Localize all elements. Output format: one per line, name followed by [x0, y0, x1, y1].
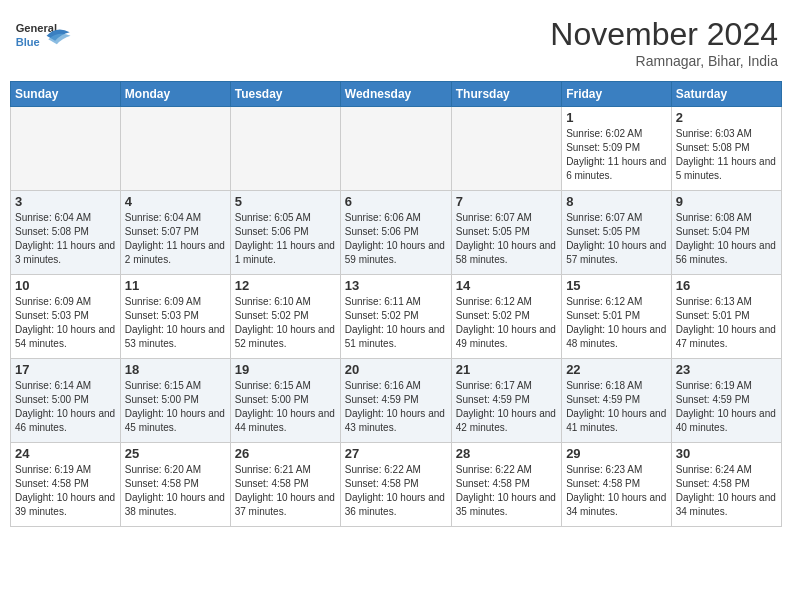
cell-info-text: Sunrise: 6:03 AM Sunset: 5:08 PM Dayligh…	[676, 127, 777, 183]
cell-info-text: Sunrise: 6:14 AM Sunset: 5:00 PM Dayligh…	[15, 379, 116, 435]
cell-date-number: 16	[676, 278, 777, 293]
cell-date-number: 11	[125, 278, 226, 293]
cell-info-text: Sunrise: 6:24 AM Sunset: 4:58 PM Dayligh…	[676, 463, 777, 519]
cell-date-number: 8	[566, 194, 667, 209]
cell-info-text: Sunrise: 6:12 AM Sunset: 5:01 PM Dayligh…	[566, 295, 667, 351]
calendar-cell: 9Sunrise: 6:08 AM Sunset: 5:04 PM Daylig…	[671, 191, 781, 275]
cell-info-text: Sunrise: 6:23 AM Sunset: 4:58 PM Dayligh…	[566, 463, 667, 519]
cell-info-text: Sunrise: 6:16 AM Sunset: 4:59 PM Dayligh…	[345, 379, 447, 435]
cell-date-number: 24	[15, 446, 116, 461]
cell-date-number: 25	[125, 446, 226, 461]
cell-info-text: Sunrise: 6:09 AM Sunset: 5:03 PM Dayligh…	[125, 295, 226, 351]
cell-date-number: 10	[15, 278, 116, 293]
weekday-header-thursday: Thursday	[451, 82, 561, 107]
cell-date-number: 30	[676, 446, 777, 461]
calendar-cell: 14Sunrise: 6:12 AM Sunset: 5:02 PM Dayli…	[451, 275, 561, 359]
cell-info-text: Sunrise: 6:21 AM Sunset: 4:58 PM Dayligh…	[235, 463, 336, 519]
weekday-header-friday: Friday	[562, 82, 672, 107]
cell-date-number: 29	[566, 446, 667, 461]
calendar-cell: 18Sunrise: 6:15 AM Sunset: 5:00 PM Dayli…	[120, 359, 230, 443]
cell-date-number: 2	[676, 110, 777, 125]
calendar-cell: 28Sunrise: 6:22 AM Sunset: 4:58 PM Dayli…	[451, 443, 561, 527]
cell-info-text: Sunrise: 6:05 AM Sunset: 5:06 PM Dayligh…	[235, 211, 336, 267]
calendar-cell: 29Sunrise: 6:23 AM Sunset: 4:58 PM Dayli…	[562, 443, 672, 527]
cell-info-text: Sunrise: 6:20 AM Sunset: 4:58 PM Dayligh…	[125, 463, 226, 519]
cell-info-text: Sunrise: 6:22 AM Sunset: 4:58 PM Dayligh…	[345, 463, 447, 519]
weekday-header-wednesday: Wednesday	[340, 82, 451, 107]
cell-date-number: 12	[235, 278, 336, 293]
svg-text:Blue: Blue	[16, 36, 40, 48]
cell-info-text: Sunrise: 6:15 AM Sunset: 5:00 PM Dayligh…	[235, 379, 336, 435]
calendar-week-5: 24Sunrise: 6:19 AM Sunset: 4:58 PM Dayli…	[11, 443, 782, 527]
weekday-header-monday: Monday	[120, 82, 230, 107]
cell-info-text: Sunrise: 6:22 AM Sunset: 4:58 PM Dayligh…	[456, 463, 557, 519]
calendar-cell: 20Sunrise: 6:16 AM Sunset: 4:59 PM Dayli…	[340, 359, 451, 443]
calendar-cell: 23Sunrise: 6:19 AM Sunset: 4:59 PM Dayli…	[671, 359, 781, 443]
cell-date-number: 13	[345, 278, 447, 293]
cell-date-number: 15	[566, 278, 667, 293]
cell-info-text: Sunrise: 6:12 AM Sunset: 5:02 PM Dayligh…	[456, 295, 557, 351]
calendar-cell: 16Sunrise: 6:13 AM Sunset: 5:01 PM Dayli…	[671, 275, 781, 359]
calendar-cell: 17Sunrise: 6:14 AM Sunset: 5:00 PM Dayli…	[11, 359, 121, 443]
cell-date-number: 20	[345, 362, 447, 377]
calendar-cell: 7Sunrise: 6:07 AM Sunset: 5:05 PM Daylig…	[451, 191, 561, 275]
cell-info-text: Sunrise: 6:10 AM Sunset: 5:02 PM Dayligh…	[235, 295, 336, 351]
cell-info-text: Sunrise: 6:18 AM Sunset: 4:59 PM Dayligh…	[566, 379, 667, 435]
calendar-week-4: 17Sunrise: 6:14 AM Sunset: 5:00 PM Dayli…	[11, 359, 782, 443]
cell-date-number: 28	[456, 446, 557, 461]
cell-info-text: Sunrise: 6:17 AM Sunset: 4:59 PM Dayligh…	[456, 379, 557, 435]
cell-date-number: 1	[566, 110, 667, 125]
calendar-cell: 25Sunrise: 6:20 AM Sunset: 4:58 PM Dayli…	[120, 443, 230, 527]
calendar-week-3: 10Sunrise: 6:09 AM Sunset: 5:03 PM Dayli…	[11, 275, 782, 359]
cell-date-number: 22	[566, 362, 667, 377]
month-title: November 2024	[550, 16, 778, 53]
location: Ramnagar, Bihar, India	[550, 53, 778, 69]
calendar-cell: 6Sunrise: 6:06 AM Sunset: 5:06 PM Daylig…	[340, 191, 451, 275]
calendar-cell: 2Sunrise: 6:03 AM Sunset: 5:08 PM Daylig…	[671, 107, 781, 191]
weekday-header-tuesday: Tuesday	[230, 82, 340, 107]
cell-date-number: 26	[235, 446, 336, 461]
cell-info-text: Sunrise: 6:04 AM Sunset: 5:08 PM Dayligh…	[15, 211, 116, 267]
weekday-header-saturday: Saturday	[671, 82, 781, 107]
calendar-cell: 4Sunrise: 6:04 AM Sunset: 5:07 PM Daylig…	[120, 191, 230, 275]
calendar-cell: 22Sunrise: 6:18 AM Sunset: 4:59 PM Dayli…	[562, 359, 672, 443]
cell-info-text: Sunrise: 6:13 AM Sunset: 5:01 PM Dayligh…	[676, 295, 777, 351]
calendar-cell: 10Sunrise: 6:09 AM Sunset: 5:03 PM Dayli…	[11, 275, 121, 359]
cell-date-number: 6	[345, 194, 447, 209]
cell-info-text: Sunrise: 6:19 AM Sunset: 4:59 PM Dayligh…	[676, 379, 777, 435]
weekday-header-row: SundayMondayTuesdayWednesdayThursdayFrid…	[11, 82, 782, 107]
calendar-cell: 21Sunrise: 6:17 AM Sunset: 4:59 PM Dayli…	[451, 359, 561, 443]
cell-date-number: 14	[456, 278, 557, 293]
cell-date-number: 21	[456, 362, 557, 377]
calendar-cell: 26Sunrise: 6:21 AM Sunset: 4:58 PM Dayli…	[230, 443, 340, 527]
cell-info-text: Sunrise: 6:08 AM Sunset: 5:04 PM Dayligh…	[676, 211, 777, 267]
cell-date-number: 5	[235, 194, 336, 209]
calendar-cell	[451, 107, 561, 191]
cell-info-text: Sunrise: 6:15 AM Sunset: 5:00 PM Dayligh…	[125, 379, 226, 435]
cell-info-text: Sunrise: 6:11 AM Sunset: 5:02 PM Dayligh…	[345, 295, 447, 351]
calendar-cell: 1Sunrise: 6:02 AM Sunset: 5:09 PM Daylig…	[562, 107, 672, 191]
calendar-cell: 5Sunrise: 6:05 AM Sunset: 5:06 PM Daylig…	[230, 191, 340, 275]
calendar-cell: 3Sunrise: 6:04 AM Sunset: 5:08 PM Daylig…	[11, 191, 121, 275]
cell-date-number: 9	[676, 194, 777, 209]
cell-date-number: 27	[345, 446, 447, 461]
calendar-cell: 12Sunrise: 6:10 AM Sunset: 5:02 PM Dayli…	[230, 275, 340, 359]
calendar-cell	[230, 107, 340, 191]
cell-info-text: Sunrise: 6:02 AM Sunset: 5:09 PM Dayligh…	[566, 127, 667, 183]
cell-date-number: 19	[235, 362, 336, 377]
cell-date-number: 7	[456, 194, 557, 209]
cell-info-text: Sunrise: 6:07 AM Sunset: 5:05 PM Dayligh…	[566, 211, 667, 267]
logo-svg: General Blue	[14, 16, 74, 52]
calendar-cell: 24Sunrise: 6:19 AM Sunset: 4:58 PM Dayli…	[11, 443, 121, 527]
cell-date-number: 3	[15, 194, 116, 209]
calendar-cell: 15Sunrise: 6:12 AM Sunset: 5:01 PM Dayli…	[562, 275, 672, 359]
logo: General Blue	[14, 16, 74, 52]
cell-date-number: 4	[125, 194, 226, 209]
calendar-week-2: 3Sunrise: 6:04 AM Sunset: 5:08 PM Daylig…	[11, 191, 782, 275]
calendar-table: SundayMondayTuesdayWednesdayThursdayFrid…	[10, 81, 782, 527]
calendar-cell: 11Sunrise: 6:09 AM Sunset: 5:03 PM Dayli…	[120, 275, 230, 359]
calendar-cell: 8Sunrise: 6:07 AM Sunset: 5:05 PM Daylig…	[562, 191, 672, 275]
calendar-week-1: 1Sunrise: 6:02 AM Sunset: 5:09 PM Daylig…	[11, 107, 782, 191]
cell-info-text: Sunrise: 6:06 AM Sunset: 5:06 PM Dayligh…	[345, 211, 447, 267]
calendar-cell: 30Sunrise: 6:24 AM Sunset: 4:58 PM Dayli…	[671, 443, 781, 527]
